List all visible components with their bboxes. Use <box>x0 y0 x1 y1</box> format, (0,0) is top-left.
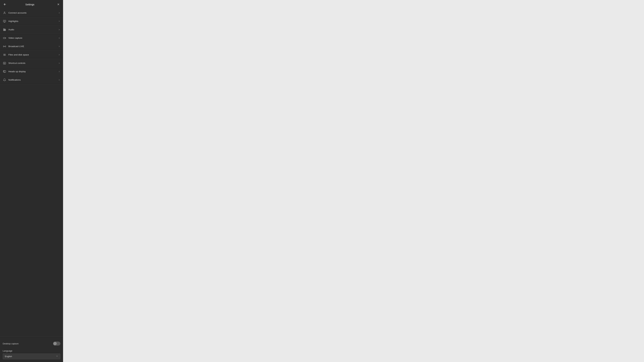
toggle-knob <box>53 342 57 345</box>
video-capture-label: Video capture <box>8 37 58 39</box>
menu-item-notifications[interactable]: Notifications <box>0 76 63 84</box>
desktop-capture-label: Desktop capture <box>3 343 18 345</box>
svg-rect-4 <box>3 28 4 31</box>
connect-accounts-label: Connect accounts <box>8 11 58 14</box>
settings-menu: Connect accounts Highlights <box>0 9 63 335</box>
main-content <box>63 0 644 362</box>
language-selected-value: English <box>5 355 12 358</box>
chevron-icon <box>58 79 60 81</box>
shortcut-icon <box>3 61 6 65</box>
svg-point-9 <box>4 46 5 46</box>
svg-point-2 <box>4 12 5 13</box>
menu-item-broadcast-live[interactable]: Broadcast LIVE <box>0 42 63 51</box>
files-icon <box>3 53 6 57</box>
menu-item-connect-accounts[interactable]: Connect accounts <box>0 9 63 17</box>
highlights-icon <box>3 19 6 23</box>
audio-icon <box>3 28 6 31</box>
chevron-icon <box>58 28 60 31</box>
sidebar-header: Settings <box>0 0 63 9</box>
chevron-icon <box>58 20 60 22</box>
heads-up-display-label: Heads up display <box>8 70 58 73</box>
dropdown-arrow-icon <box>56 355 58 358</box>
svg-rect-8 <box>3 37 5 39</box>
desktop-capture-section: Desktop capture <box>0 338 63 349</box>
page-title: Settings <box>3 3 56 6</box>
notifications-label: Notifications <box>8 79 58 81</box>
close-button[interactable] <box>56 2 60 6</box>
person-icon <box>3 11 6 15</box>
shortcut-controls-label: Shortcut controls <box>8 62 58 64</box>
menu-item-video-capture[interactable]: Video capture <box>0 34 63 42</box>
svg-rect-5 <box>4 29 4 31</box>
files-disk-space-label: Files and disk space <box>8 53 58 56</box>
menu-item-highlights[interactable]: Highlights <box>0 17 63 25</box>
svg-rect-16 <box>4 71 4 71</box>
svg-rect-7 <box>5 29 6 31</box>
chevron-icon <box>58 62 60 64</box>
hud-icon <box>3 70 6 73</box>
chevron-icon <box>58 37 60 39</box>
menu-item-shortcut-controls[interactable]: Shortcut controls <box>0 59 63 67</box>
menu-item-heads-up-display[interactable]: Heads up display <box>0 67 63 76</box>
desktop-capture-toggle[interactable] <box>53 342 60 346</box>
video-icon <box>3 36 6 40</box>
menu-item-audio[interactable]: Audio <box>0 25 63 34</box>
chevron-icon <box>58 70 60 73</box>
highlights-label: Highlights <box>8 20 58 22</box>
bell-icon <box>3 78 6 82</box>
desktop-capture-row: Desktop capture <box>3 340 60 347</box>
broadcast-live-label: Broadcast LIVE <box>8 45 58 48</box>
chevron-icon <box>58 54 60 56</box>
broadcast-icon <box>3 44 6 48</box>
language-label: Language <box>3 350 60 352</box>
menu-item-files-disk-space[interactable]: Files and disk space <box>0 51 63 59</box>
audio-label: Audio <box>8 28 58 31</box>
chevron-icon <box>58 45 60 48</box>
svg-rect-6 <box>5 29 5 31</box>
settings-sidebar: Settings Connect accounts <box>0 0 63 362</box>
language-section: Language English <box>0 349 63 362</box>
chevron-icon <box>58 12 60 14</box>
language-select[interactable]: English <box>3 354 60 359</box>
